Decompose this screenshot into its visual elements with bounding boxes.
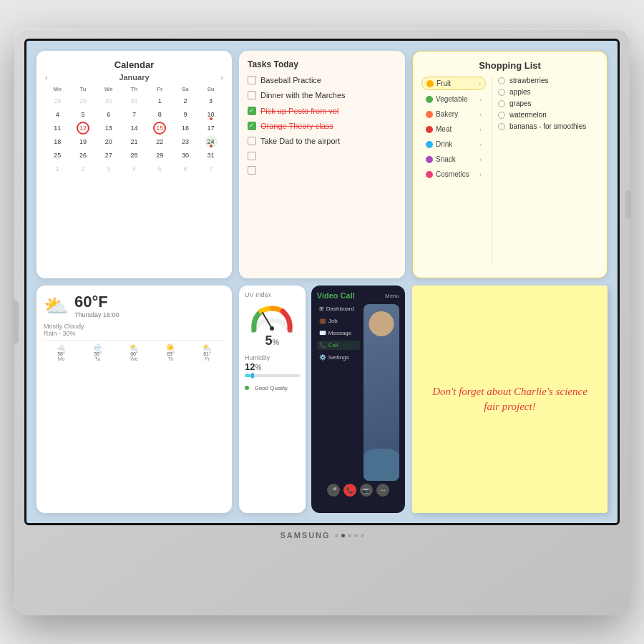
calendar-month: January bbox=[48, 73, 221, 82]
cal-day[interactable]: 9 bbox=[179, 108, 192, 121]
cal-day[interactable]: 6 bbox=[179, 162, 192, 175]
shop-text: watermelon bbox=[509, 111, 547, 119]
category-cosmetics[interactable]: Cosmetics › bbox=[421, 168, 486, 180]
cal-day[interactable]: 2 bbox=[179, 94, 192, 107]
category-meat[interactable]: Meat › bbox=[421, 123, 486, 135]
cal-day[interactable]: 6 bbox=[102, 108, 115, 121]
cat-dot-cosmetics bbox=[426, 171, 433, 178]
cal-day[interactable]: 23 bbox=[179, 135, 192, 148]
task-item: Pick up Pesto from vol bbox=[248, 106, 396, 116]
weather-info: 60°F Thursday 16:00 bbox=[74, 293, 119, 318]
cal-day[interactable]: 14 bbox=[127, 122, 140, 135]
forecast-icon: ☁️ bbox=[44, 343, 79, 351]
cal-day[interactable]: 27 bbox=[102, 149, 115, 162]
shop-text: bananas - for smoothies bbox=[509, 122, 586, 130]
humidity-section: Humidity 12% Good Quality bbox=[245, 354, 300, 393]
task-item: Baseball Practice bbox=[248, 75, 396, 85]
weather-temp: 60°F bbox=[74, 293, 119, 311]
cal-day[interactable]: 29 bbox=[77, 94, 89, 107]
category-fruit[interactable]: Fruit › bbox=[421, 77, 486, 90]
cal-day[interactable]: 31 bbox=[127, 94, 140, 107]
cal-day[interactable]: 28 bbox=[51, 94, 64, 107]
calendar-grid: Mo Tu We Th Fr Sa Su 28 29 30 31 1 2 3 bbox=[45, 84, 223, 175]
forecast-temp: 60° bbox=[117, 351, 152, 356]
cal-day[interactable]: 25 bbox=[51, 149, 64, 162]
task-checkbox[interactable] bbox=[248, 152, 256, 160]
cal-day[interactable]: 28 bbox=[127, 149, 140, 162]
camera-button[interactable]: 📷 bbox=[360, 484, 373, 497]
cal-day[interactable]: 30 bbox=[102, 94, 115, 107]
cal-day-today[interactable]: 15 bbox=[153, 122, 166, 135]
forecast-temp: 58° bbox=[44, 351, 79, 356]
video-menu-message[interactable]: ✉️ Message bbox=[317, 328, 360, 338]
shop-text: grapes bbox=[509, 99, 532, 107]
cal-day[interactable]: 7 bbox=[205, 162, 218, 175]
end-call-button[interactable]: 📞 bbox=[343, 484, 356, 497]
cal-day[interactable]: 17 bbox=[205, 122, 218, 135]
cal-day[interactable]: 19 bbox=[77, 135, 89, 148]
cal-day[interactable]: 3 bbox=[102, 162, 115, 175]
shop-radio[interactable] bbox=[498, 89, 505, 96]
forecast-label: Mo bbox=[44, 356, 79, 361]
category-bakery[interactable]: Bakery › bbox=[421, 108, 486, 120]
cal-day[interactable]: 4 bbox=[51, 108, 64, 121]
cal-day[interactable]: 20 bbox=[102, 135, 115, 148]
tasks-widget: Tasks Today Baseball Practice Dinner wit… bbox=[239, 51, 405, 278]
cal-day[interactable]: 29 bbox=[153, 149, 166, 162]
cal-day[interactable]: 4 bbox=[127, 162, 140, 175]
video-menu-dashboard[interactable]: ⊞ Dashboard bbox=[317, 304, 360, 313]
cal-day[interactable]: 13 bbox=[102, 122, 115, 135]
task-checkbox[interactable] bbox=[248, 76, 256, 84]
cal-day[interactable]: 2 bbox=[77, 162, 89, 175]
cal-day[interactable]: 18 bbox=[51, 135, 64, 148]
video-menu-call[interactable]: 📞 Call bbox=[317, 341, 360, 350]
cal-day-marked[interactable]: 24 bbox=[205, 135, 218, 148]
cat-label-cosmetics: Cosmetics bbox=[436, 170, 469, 178]
weather-widget: ⛅ 60°F Thursday 16:00 Mostly Cloudy Rain… bbox=[36, 286, 232, 513]
shopping-layout: Fruit › Vegetable › Bakery › bbox=[421, 77, 598, 264]
task-checkbox[interactable] bbox=[248, 166, 256, 175]
calendar-header: ‹ January › bbox=[45, 73, 223, 82]
cal-day[interactable]: 1 bbox=[51, 162, 64, 175]
more-button[interactable]: ⋯ bbox=[376, 484, 389, 497]
cal-day[interactable]: 1 bbox=[153, 94, 166, 107]
cal-day[interactable]: 22 bbox=[153, 135, 166, 148]
shop-radio[interactable] bbox=[498, 123, 505, 130]
cal-day[interactable]: 8 bbox=[153, 108, 166, 121]
tv-dot bbox=[348, 534, 351, 537]
task-checkbox-checked[interactable] bbox=[248, 107, 256, 115]
shop-radio[interactable] bbox=[498, 100, 505, 107]
shop-radio[interactable] bbox=[498, 112, 505, 119]
shopping-item: bananas - for smoothies bbox=[498, 122, 598, 130]
cal-day[interactable]: 7 bbox=[127, 108, 140, 121]
cal-day[interactable]: 26 bbox=[77, 149, 89, 162]
uv-title: UV Index bbox=[245, 291, 300, 298]
shop-radio[interactable] bbox=[498, 77, 505, 84]
mute-button[interactable]: 🎤 bbox=[327, 484, 340, 497]
category-drink[interactable]: Drink › bbox=[421, 138, 486, 150]
video-call-widget: Video Call Menu ⊞ Dashboard 💼 bbox=[311, 286, 405, 513]
cat-label-meat: Meat bbox=[436, 125, 452, 133]
task-checkbox[interactable] bbox=[248, 91, 256, 99]
cal-day[interactable]: 5 bbox=[77, 108, 89, 121]
video-call-menu-label: Menu bbox=[385, 293, 399, 299]
cal-day-marked[interactable]: 10 bbox=[205, 108, 218, 121]
cal-day[interactable]: 11 bbox=[51, 122, 64, 135]
category-vegetable[interactable]: Vegetable › bbox=[421, 93, 486, 105]
task-checkbox[interactable] bbox=[248, 137, 256, 145]
calendar-next[interactable]: › bbox=[220, 73, 223, 82]
cal-day-circled[interactable]: 12 bbox=[77, 122, 89, 135]
video-menu-settings[interactable]: ⚙️ Settings bbox=[317, 353, 360, 362]
cal-day[interactable]: 31 bbox=[205, 149, 218, 162]
humidity-indicator bbox=[251, 373, 254, 379]
cal-day[interactable]: 30 bbox=[179, 149, 192, 162]
cal-day[interactable]: 21 bbox=[127, 135, 140, 148]
video-menu-job[interactable]: 💼 Job bbox=[317, 316, 360, 326]
category-snack[interactable]: Snack › bbox=[421, 153, 486, 165]
task-text: Dinner with the Marches bbox=[260, 90, 346, 100]
cal-day[interactable]: 3 bbox=[205, 94, 218, 107]
cal-day[interactable]: 5 bbox=[153, 162, 166, 175]
forecast-icon: ⛅ bbox=[117, 343, 152, 351]
cal-day[interactable]: 16 bbox=[179, 122, 192, 135]
task-checkbox-checked[interactable] bbox=[248, 122, 256, 130]
